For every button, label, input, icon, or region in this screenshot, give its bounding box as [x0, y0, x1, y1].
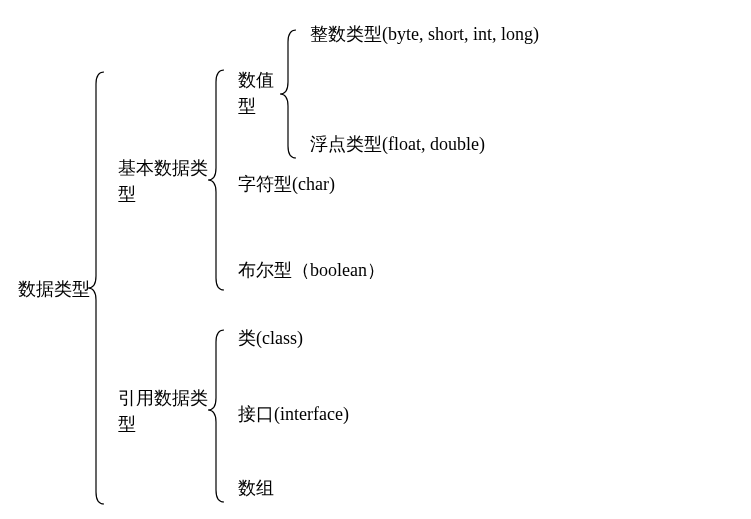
primitive-label-line1: 基本数据类	[118, 158, 208, 178]
type-hierarchy-diagram: 数据类型 基本数据类 型 数值 型 整数类型(byte, short, int,…	[0, 0, 751, 519]
boolean-leaf: 布尔型（boolean）	[238, 260, 385, 280]
reference-label-line1: 引用数据类	[118, 388, 208, 408]
reference-brace	[208, 330, 224, 502]
reference-label-line2: 型	[118, 414, 136, 434]
root-brace	[88, 72, 104, 504]
numeric-brace	[280, 30, 296, 158]
float-leaf: 浮点类型(float, double)	[310, 134, 485, 155]
interface-leaf: 接口(interface)	[238, 404, 349, 425]
char-leaf: 字符型(char)	[238, 174, 335, 195]
primitive-brace	[208, 70, 224, 290]
primitive-label-line2: 型	[118, 184, 136, 204]
numeric-label-line1: 数值	[238, 70, 274, 90]
class-leaf: 类(class)	[238, 328, 303, 349]
array-leaf: 数组	[238, 478, 274, 498]
root-label: 数据类型	[18, 279, 90, 299]
integer-leaf: 整数类型(byte, short, int, long)	[310, 24, 539, 45]
numeric-label-line2: 型	[238, 96, 256, 116]
